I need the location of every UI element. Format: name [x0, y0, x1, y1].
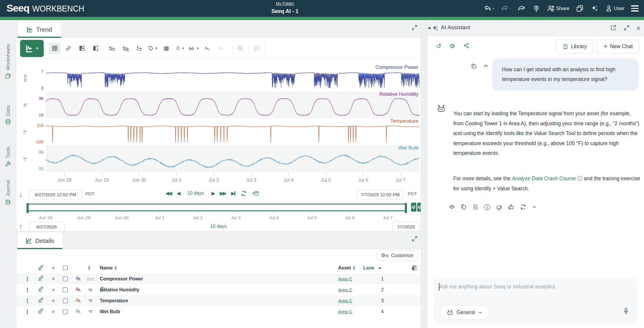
model-selector-dropdown[interactable]: General	[440, 305, 489, 320]
auto-update-icon[interactable]	[241, 190, 247, 197]
row-checkbox[interactable]	[63, 309, 68, 314]
mini-trend-icon[interactable]	[411, 203, 416, 212]
auto-scale-icon[interactable]	[106, 43, 118, 54]
table-row[interactable]: ⋮×%Relative HumidityArea C2	[16, 284, 421, 295]
thumbs-down-icon[interactable]	[496, 204, 502, 211]
collapse-message-icon[interactable]	[483, 63, 489, 71]
investigate-icon[interactable]	[38, 275, 44, 282]
redo-dropdown-icon[interactable]: ▾	[510, 7, 511, 10]
header-lane[interactable]: Lane	[363, 262, 381, 273]
investigate-start-input[interactable]: 6/27/2025	[29, 222, 65, 232]
forward-button[interactable]	[518, 4, 526, 12]
investigate-icon[interactable]	[38, 297, 44, 304]
duration-label[interactable]: 10 days	[187, 191, 204, 196]
sidebar-item-journal[interactable]: Journal	[5, 180, 11, 205]
ai-assistant-toggle-button[interactable]	[590, 4, 599, 13]
table-row[interactable]: ⋮×testCompressor PowerArea C1	[16, 273, 421, 284]
step-forward-half-icon[interactable]: ▶	[211, 190, 214, 197]
slider-left-handle[interactable]	[27, 203, 29, 213]
one-lane-scale-icon[interactable]	[120, 43, 131, 54]
asset-link[interactable]: Area C	[338, 309, 352, 314]
full-scale-icon[interactable]	[133, 43, 145, 54]
step-back-full-icon[interactable]: ◀◀	[165, 190, 171, 197]
chat-history-icon[interactable]: ↺	[436, 43, 441, 50]
remove-icon[interactable]: ×	[52, 308, 55, 315]
samples-icon[interactable]	[201, 43, 213, 54]
display-range-start-input[interactable]: 6/27/2025 12:02 PM	[29, 189, 82, 200]
investigate-duration-label[interactable]: 10 days	[210, 224, 227, 229]
signal-name[interactable]: Compressor Power	[100, 276, 143, 282]
remove-icon[interactable]: ×	[52, 276, 55, 282]
close-panel-icon[interactable]: ×	[636, 25, 640, 32]
gridlines-icon[interactable]	[161, 43, 172, 54]
derived-data-icon[interactable]: ▼	[174, 43, 185, 54]
row-menu-icon[interactable]: ⋮	[25, 297, 30, 304]
table-row[interactable]: ⋮×°FTemperatureArea C3	[16, 295, 421, 306]
step-back-half-icon[interactable]: ◀	[177, 190, 180, 197]
table-row[interactable]: ⋮×°FWet BulbArea C4	[16, 306, 421, 317]
step-to-end-icon[interactable]: ▶	[231, 190, 235, 197]
ai-settings-icon[interactable]: ⚙	[450, 43, 455, 50]
thumbs-up-icon[interactable]	[508, 204, 514, 211]
regenerate-icon[interactable]	[520, 204, 526, 211]
view-source-icon[interactable]	[472, 204, 478, 211]
panel-resize-gutter[interactable]	[421, 20, 427, 328]
view-selector-dropdown[interactable]: ▼	[20, 40, 44, 57]
signal-name[interactable]: Wet Bulb	[100, 309, 120, 314]
tab-trend[interactable]: Trend	[17, 21, 61, 38]
header-sort-icon[interactable]	[88, 262, 90, 273]
worksheets-popout-button[interactable]	[576, 4, 584, 12]
sidebar-item-tools[interactable]: Tools	[5, 147, 11, 167]
share-button[interactable]: Share	[547, 4, 569, 12]
details-expand-icon[interactable]	[411, 236, 418, 243]
remove-icon[interactable]: ×	[52, 298, 55, 304]
range-up-arrow-icon[interactable]: ↑	[19, 222, 23, 230]
investigate-range-slider[interactable]	[27, 204, 407, 211]
remove-icon[interactable]: ×	[52, 287, 55, 293]
header-remove-icon[interactable]: ×	[52, 262, 55, 273]
zoom-in-icon[interactable]	[235, 43, 246, 54]
library-button[interactable]: Library	[556, 40, 593, 53]
asset-link[interactable]: Area C	[338, 287, 352, 293]
slider-right-handle[interactable]	[405, 203, 407, 213]
start-timezone-label[interactable]: PDT	[85, 191, 94, 197]
collapse-panel-icon[interactable]: ◀	[428, 26, 430, 30]
header-investigate-icon[interactable]	[38, 262, 44, 273]
investigate-icon[interactable]	[38, 286, 44, 293]
link-icon[interactable]	[63, 43, 74, 54]
undo-dropdown-icon[interactable]: ▾	[493, 7, 494, 10]
row-menu-icon[interactable]: ⋮	[25, 275, 30, 282]
undo-button[interactable]: ▾	[484, 4, 494, 12]
header-asset[interactable]: Asset	[338, 262, 355, 273]
trend-expand-icon[interactable]	[411, 24, 418, 32]
signal-name[interactable]: Temperature	[100, 298, 128, 303]
crash-course-link[interactable]: Analyze Data Crash Course	[512, 176, 576, 181]
sidebar-item-worksheets[interactable]: Worksheets	[5, 44, 11, 79]
redo-button[interactable]: ▾	[501, 4, 511, 12]
end-timezone-label[interactable]: PDT	[408, 191, 417, 197]
row-checkbox[interactable]	[63, 277, 68, 281]
comment-icon[interactable]	[100, 287, 106, 293]
copy-response-icon[interactable]	[461, 204, 467, 211]
user-menu-button[interactable]: User	[605, 4, 625, 12]
investigate-end-input[interactable]: 7/7/2025	[392, 222, 420, 232]
table-view-icon[interactable]	[49, 43, 60, 54]
investigate-icon[interactable]	[38, 308, 44, 315]
tab-details[interactable]: Details	[17, 232, 62, 249]
sidebar-item-data[interactable]: Data	[5, 105, 11, 125]
info-circle-icon[interactable]: ⓘ	[577, 176, 582, 181]
more-actions-chevron-icon[interactable]	[532, 204, 537, 211]
header-checkbox[interactable]	[63, 265, 68, 270]
value-insights-button[interactable]: $	[533, 4, 540, 12]
signal-name[interactable]: Relative Humidity	[100, 287, 139, 293]
microphone-icon[interactable]	[623, 307, 629, 317]
asset-link[interactable]: Area C	[338, 276, 352, 282]
investigate-range-icon[interactable]	[252, 190, 259, 197]
header-name[interactable]: Name	[100, 262, 117, 273]
range-down-arrow-icon[interactable]: ↓	[19, 190, 23, 199]
new-chat-button[interactable]: + New Chat	[597, 40, 639, 53]
customize-button[interactable]: ⚙⚙ Customize	[376, 250, 418, 261]
compare-view-icon[interactable]	[90, 43, 101, 54]
open-in-new-icon[interactable]	[610, 24, 617, 32]
row-menu-icon[interactable]: ⋮	[25, 286, 30, 293]
